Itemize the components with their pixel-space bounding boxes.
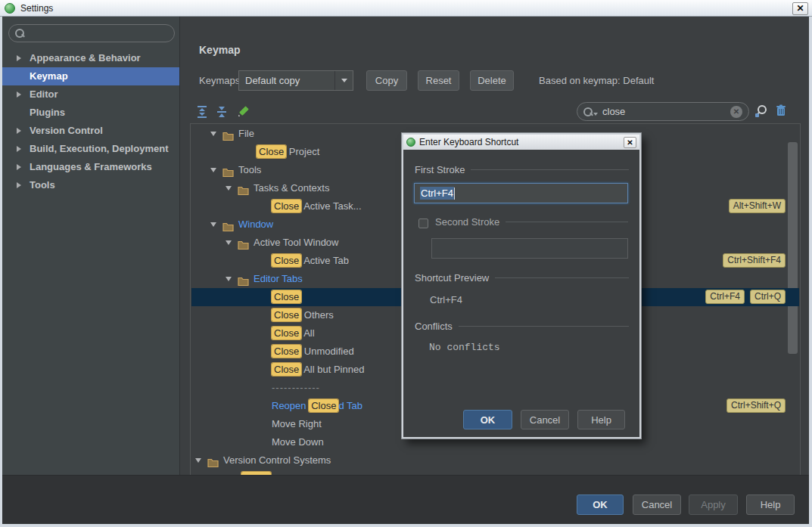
window-titlebar: Settings (0, 0, 812, 17)
second-stroke-checkbox[interactable] (418, 219, 428, 228)
sidebar-item-version-control[interactable]: Version Control (2, 122, 179, 140)
settings-window: Settings ✕ Appearance & BehaviorKeymapEd… (0, 0, 812, 527)
chevron-right-icon[interactable] (17, 164, 21, 170)
tree-row-version-control-systems[interactable]: Version Control Systems (191, 451, 799, 470)
tree-action-label: Move Down (272, 433, 324, 451)
folder-icon (238, 237, 249, 247)
tree-group-label: File (238, 125, 254, 143)
chevron-right-icon[interactable] (17, 91, 21, 98)
ok-button[interactable]: OK (577, 494, 624, 515)
shortcut-badges: Ctrl+F4Ctrl+Q (705, 290, 786, 304)
tree-group-label: Window (238, 215, 273, 234)
tree-group-label: Tasks & Contexts (254, 179, 329, 197)
collapse-all-icon[interactable] (215, 104, 230, 119)
shortcut-badges: Alt+Shift+W (729, 199, 786, 213)
apply-button[interactable]: Apply (689, 494, 738, 515)
folder-icon (238, 183, 249, 193)
shortcut-preview-section: Shortcut Preview (415, 272, 629, 284)
tree-expand-arrow-icon[interactable] (226, 277, 232, 281)
separator-line (506, 222, 628, 222)
sidebar-item-label: Plugins (30, 107, 65, 118)
sidebar-item-plugins[interactable]: Plugins (2, 104, 179, 122)
shortcut-badges: Ctrl+Shift+F4 (723, 253, 786, 268)
delete-button[interactable]: Delete (470, 70, 514, 91)
find-by-shortcut-icon[interactable] (754, 104, 769, 119)
conflicts-value: No conflicts (429, 342, 500, 353)
shortcut-badges: Ctrl+Shift+Q (726, 398, 786, 413)
cancel-button[interactable]: Cancel (633, 494, 681, 515)
settings-search-input[interactable] (8, 24, 175, 42)
tree-expand-arrow-icon[interactable] (210, 132, 216, 136)
reset-button[interactable]: Reset (418, 70, 459, 91)
sidebar-item-tools[interactable]: Tools (2, 176, 179, 194)
tree-expand-arrow-icon[interactable] (210, 168, 216, 172)
sidebar-item-keymap[interactable]: Keymap (2, 67, 179, 85)
text-caret (454, 188, 455, 200)
footer-bar: OK Cancel Apply Help (2, 475, 809, 524)
sidebar-items: Appearance & BehaviorKeymapEditorPlugins… (2, 49, 179, 194)
shortcut-badge: Ctrl+Shift+F4 (723, 253, 786, 268)
keymap-select-value: Default copy (245, 75, 300, 86)
sidebar-item-label: Appearance & Behavior (30, 52, 141, 64)
chevron-right-icon[interactable] (17, 182, 21, 188)
tree-action-label: ------------ (272, 379, 320, 397)
tree-action-label: Close Active Tab (272, 252, 349, 270)
tree-expand-arrow-icon[interactable] (226, 186, 232, 191)
dialog-cancel-button[interactable]: Cancel (521, 410, 569, 429)
shortcut-badge: Ctrl+F4 (705, 290, 745, 304)
separator-line (471, 169, 629, 170)
sidebar-item-languages-frameworks[interactable]: Languages & Frameworks (2, 158, 179, 176)
copy-button[interactable]: Copy (366, 70, 407, 91)
search-match-highlight: Close (309, 399, 338, 412)
tree-group-label: Active Tool Window (254, 234, 338, 252)
help-button[interactable]: Help (746, 494, 795, 515)
expand-all-icon[interactable] (195, 104, 210, 119)
dialog-ok-button[interactable]: OK (463, 410, 512, 429)
folder-icon (207, 455, 219, 465)
search-match-highlight: Close (257, 145, 286, 158)
settings-sidebar: Appearance & BehaviorKeymapEditorPlugins… (2, 17, 180, 475)
search-match-highlight: Close (272, 308, 301, 321)
folder-icon (222, 165, 234, 175)
second-stroke-input[interactable] (431, 238, 628, 259)
search-icon (583, 107, 593, 116)
page-title: Keymap (199, 44, 240, 56)
trash-icon[interactable] (773, 103, 789, 118)
tree-group-label: Tools (238, 161, 261, 179)
sidebar-item-label: Build, Execution, Deployment (30, 143, 168, 154)
keymap-search-input[interactable]: close ✕ (577, 102, 749, 121)
tree-expand-arrow-icon[interactable] (226, 240, 232, 245)
tree-action-label: Move Right (272, 415, 322, 433)
folder-icon (222, 129, 234, 138)
separator-line (459, 326, 629, 327)
search-options-chevron-icon[interactable] (593, 113, 598, 116)
chevron-right-icon[interactable] (17, 55, 21, 61)
sidebar-item-build-execution-deployment[interactable]: Build, Execution, Deployment (2, 140, 179, 158)
folder-icon (238, 274, 249, 284)
edit-shortcut-icon[interactable] (235, 104, 250, 119)
tree-action-label: Close Project (257, 143, 319, 161)
second-stroke-label: Second Stroke (435, 216, 499, 228)
search-match-highlight: Close (272, 290, 301, 303)
chevron-right-icon[interactable] (17, 146, 21, 152)
dialog-close-button[interactable]: ✕ (624, 137, 636, 148)
shortcut-preview-value: Ctrl+F4 (430, 294, 462, 305)
sidebar-item-label: Tools (30, 179, 55, 191)
tree-expand-arrow-icon[interactable] (210, 222, 216, 227)
chevron-right-icon[interactable] (17, 128, 21, 134)
keymap-select[interactable]: Default copy (238, 70, 353, 91)
window-close-button[interactable]: ✕ (792, 2, 808, 15)
based-on-keymap-label: Based on keymap: Default (539, 75, 654, 86)
sidebar-item-appearance-behavior[interactable]: Appearance & Behavior (2, 49, 179, 67)
search-match-highlight: Close (272, 327, 301, 339)
keymaps-label: Keymaps: (199, 75, 243, 86)
first-stroke-input[interactable]: Ctrl+F4 (414, 183, 628, 203)
tree-action-label: Close Others (272, 306, 334, 324)
chevron-down-icon[interactable] (334, 71, 353, 90)
sidebar-item-editor[interactable]: Editor (2, 85, 179, 104)
dialog-help-button[interactable]: Help (577, 410, 625, 429)
clear-search-icon[interactable]: ✕ (730, 106, 742, 118)
tree-expand-arrow-icon[interactable] (195, 458, 201, 463)
conflicts-label: Conflicts (415, 321, 453, 332)
shortcut-badge: Alt+Shift+W (729, 199, 786, 213)
